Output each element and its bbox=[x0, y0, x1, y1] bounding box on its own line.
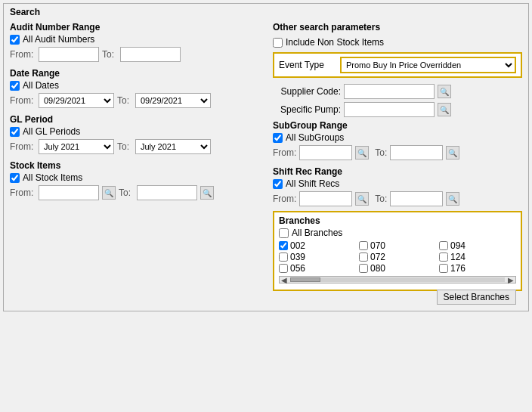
all-subgroups-row: All SubGroups bbox=[273, 132, 522, 143]
shift-rec-from-label: From: bbox=[273, 194, 296, 204]
subgroup-to-search-icon[interactable]: 🔍 bbox=[446, 146, 459, 160]
all-gl-periods-label: All GL Periods bbox=[23, 126, 80, 137]
branch-item-002: 002 bbox=[279, 240, 356, 251]
branch-070-label: 070 bbox=[370, 240, 385, 251]
stock-from-search-icon[interactable]: 🔍 bbox=[102, 186, 116, 200]
branch-item-039: 039 bbox=[279, 252, 356, 262]
scroll-left-arrow[interactable]: ◀ bbox=[281, 276, 287, 284]
audit-to-input[interactable] bbox=[120, 47, 181, 62]
branch-072-checkbox[interactable] bbox=[359, 252, 368, 262]
search-title: Search bbox=[10, 7, 522, 17]
specific-pump-row: Specific Pump: 🔍 bbox=[273, 102, 522, 117]
all-audit-numbers-checkbox[interactable] bbox=[10, 35, 20, 45]
stock-to-search-icon[interactable]: 🔍 bbox=[200, 186, 214, 200]
shift-rec-to-search-icon[interactable]: 🔍 bbox=[446, 192, 459, 206]
scroll-right-arrow[interactable]: ▶ bbox=[508, 276, 514, 284]
gl-from-select[interactable]: July 2021 bbox=[39, 139, 114, 154]
branch-item-124: 124 bbox=[439, 252, 516, 262]
branch-056-checkbox[interactable] bbox=[279, 264, 288, 273]
all-shift-recs-row: All Shift Recs bbox=[273, 178, 522, 189]
branch-124-checkbox[interactable] bbox=[439, 252, 448, 262]
stock-from-input[interactable] bbox=[39, 185, 99, 200]
subgroup-label: SubGroup Range bbox=[273, 120, 522, 131]
all-branches-checkbox[interactable] bbox=[279, 228, 289, 238]
all-subgroups-checkbox[interactable] bbox=[273, 133, 283, 143]
select-branches-button[interactable]: Select Branches bbox=[437, 290, 516, 305]
specific-pump-label: Specific Pump: bbox=[273, 104, 341, 115]
audit-from-input[interactable] bbox=[39, 47, 99, 62]
branch-039-checkbox[interactable] bbox=[279, 252, 288, 262]
branches-section: Branches All Branches 002 070 bbox=[273, 211, 522, 291]
subgroup-section: SubGroup Range All SubGroups From: 🔍 To:… bbox=[273, 120, 522, 160]
branch-094-checkbox[interactable] bbox=[439, 241, 448, 250]
stock-to-input[interactable] bbox=[137, 185, 197, 200]
all-audit-numbers-label: All Audit Numbers bbox=[23, 34, 94, 45]
event-type-row: Event Type Promo Buy In Price Overridden bbox=[273, 52, 522, 78]
supplier-code-input[interactable] bbox=[344, 84, 435, 99]
date-from-to-row: From: 09/29/2021 To: 09/29/2021 bbox=[10, 93, 267, 108]
branches-scrollbar[interactable]: ◀ ▶ bbox=[279, 276, 516, 283]
stock-items-section: Stock Items All Stock Items From: 🔍 To: … bbox=[10, 160, 267, 200]
all-gl-periods-row: All GL Periods bbox=[10, 126, 267, 137]
branch-080-checkbox[interactable] bbox=[359, 264, 368, 273]
branch-080-label: 080 bbox=[370, 263, 385, 274]
gl-to-label: To: bbox=[117, 141, 132, 152]
date-range-section: Date Range All Dates From: 09/29/2021 To… bbox=[10, 68, 267, 108]
include-non-stock-row: Include Non Stock Items bbox=[273, 37, 522, 48]
branch-176-checkbox[interactable] bbox=[439, 264, 448, 273]
subgroup-from-to: From: 🔍 To: 🔍 bbox=[273, 145, 522, 160]
branch-item-072: 072 bbox=[359, 252, 436, 262]
all-shift-recs-label: All Shift Recs bbox=[286, 178, 339, 189]
audit-from-to-row: From: To: bbox=[10, 47, 267, 62]
all-gl-periods-checkbox[interactable] bbox=[10, 127, 20, 137]
branch-item-176: 176 bbox=[439, 263, 516, 274]
date-from-select[interactable]: 09/29/2021 bbox=[39, 93, 114, 108]
event-type-label: Event Type bbox=[279, 60, 336, 70]
gl-from-label: From: bbox=[10, 141, 36, 152]
gl-period-label: GL Period bbox=[10, 114, 267, 125]
shift-rec-section: Shift Rec Range All Shift Recs From: 🔍 T… bbox=[273, 166, 522, 206]
specific-pump-search-icon[interactable]: 🔍 bbox=[438, 103, 451, 116]
supplier-code-search-icon[interactable]: 🔍 bbox=[438, 85, 451, 98]
branch-item-070: 070 bbox=[359, 240, 436, 251]
subgroup-from-input[interactable] bbox=[299, 145, 352, 160]
branch-072-label: 072 bbox=[370, 252, 385, 262]
scrollbar-track bbox=[290, 277, 505, 282]
branch-039-label: 039 bbox=[290, 252, 305, 262]
shift-rec-to-label: To: bbox=[375, 194, 387, 204]
date-to-label: To: bbox=[117, 95, 132, 106]
branch-item-094: 094 bbox=[439, 240, 516, 251]
shift-rec-to-input[interactable] bbox=[390, 191, 443, 206]
all-dates-label: All Dates bbox=[23, 80, 59, 91]
branch-070-checkbox[interactable] bbox=[359, 241, 368, 250]
branch-176-label: 176 bbox=[450, 263, 466, 274]
stock-items-label: Stock Items bbox=[10, 160, 267, 171]
all-subgroups-label: All SubGroups bbox=[286, 132, 344, 143]
gl-to-select[interactable]: July 2021 bbox=[135, 139, 211, 154]
subgroup-from-search-icon[interactable]: 🔍 bbox=[355, 146, 369, 160]
all-branches-row: All Branches bbox=[279, 228, 516, 238]
date-to-select[interactable]: 09/29/2021 bbox=[135, 93, 211, 108]
audit-number-label: Audit Number Range bbox=[10, 22, 267, 33]
all-branches-label: All Branches bbox=[292, 228, 342, 238]
search-group: Search Audit Number Range All Audit Numb… bbox=[3, 3, 529, 311]
shift-rec-from-search-icon[interactable]: 🔍 bbox=[355, 192, 369, 206]
all-stock-items-checkbox[interactable] bbox=[10, 173, 20, 183]
event-type-select[interactable]: Promo Buy In Price Overridden bbox=[340, 57, 516, 73]
all-dates-checkbox[interactable] bbox=[10, 81, 20, 91]
specific-pump-input[interactable] bbox=[344, 102, 435, 117]
stock-to-label: To: bbox=[119, 187, 134, 198]
include-non-stock-label: Include Non Stock Items bbox=[286, 37, 384, 48]
all-stock-items-row: All Stock Items bbox=[10, 172, 267, 183]
all-shift-recs-checkbox[interactable] bbox=[273, 179, 283, 189]
shift-rec-from-input[interactable] bbox=[299, 191, 352, 206]
branches-grid: 002 070 094 039 bbox=[279, 240, 516, 274]
shift-rec-from-to: From: 🔍 To: 🔍 bbox=[273, 191, 522, 206]
scrollbar-thumb bbox=[290, 277, 320, 282]
include-non-stock-checkbox[interactable] bbox=[273, 38, 283, 48]
shift-rec-label: Shift Rec Range bbox=[273, 166, 522, 177]
subgroup-to-input[interactable] bbox=[390, 145, 443, 160]
date-range-label: Date Range bbox=[10, 68, 267, 79]
main-container: Search Audit Number Range All Audit Numb… bbox=[0, 0, 532, 412]
branch-002-checkbox[interactable] bbox=[279, 241, 288, 250]
